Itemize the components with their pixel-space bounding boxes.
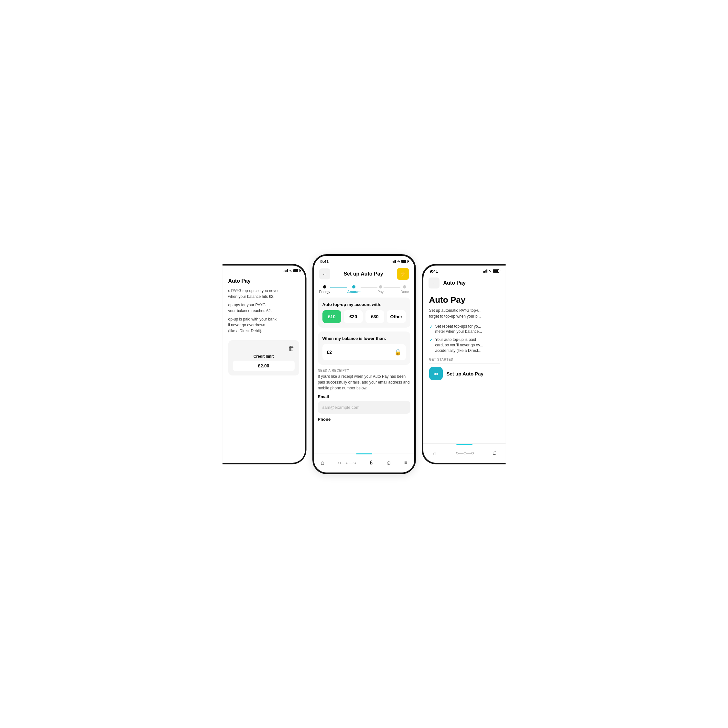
setup-autopay-button[interactable]: ∞ Set up Auto Pay: [429, 367, 500, 380]
credit-value: £2.00: [233, 361, 295, 371]
wifi-icon-center: ∿: [397, 259, 400, 264]
phone-left: ∿ Auto Pay c PAYG top-ups so you never w…: [223, 264, 307, 464]
step-label-done: Done: [401, 290, 409, 294]
stepper: Energy Amount Pay Done: [314, 283, 414, 298]
back-arrow-icon-right: ←: [432, 280, 436, 286]
balance-display: £2 🔒: [323, 344, 406, 360]
time-right: 9:41: [430, 269, 438, 274]
step-amount: Amount: [347, 285, 361, 294]
check-item-2: ✓ Your auto top-up is paid card, so you'…: [429, 337, 500, 353]
usage-icon-right: ○—○—○: [456, 450, 474, 456]
step-dot-done: [403, 285, 406, 289]
amount-card: Auto top-up my account with: £10 £20 £30…: [318, 298, 410, 327]
amount-options: £10 £20 £30 Other: [323, 310, 406, 323]
wifi-icon: ∿: [289, 269, 292, 273]
back-button-right[interactable]: ←: [428, 277, 439, 289]
email-label: Email: [318, 394, 410, 399]
check-text-1: Set repeat top-ups for yo... meter when …: [435, 324, 482, 335]
step-dot-pay: [379, 285, 382, 289]
phone-label: Phone: [318, 417, 410, 422]
step-line-2: [361, 287, 378, 288]
setup-icon: ∞: [429, 367, 443, 380]
right-content: Auto Pay Set up automatic PAYG top-u... …: [423, 291, 506, 385]
nav-help-center[interactable]: ⊙: [387, 460, 391, 466]
right-header: ← Auto Pay: [423, 275, 506, 291]
phone-right: 9:41 ∿ ← Auto Pay Auto Pay Set up automa…: [422, 264, 506, 464]
status-bar-center: 9:41 ∿: [314, 256, 414, 265]
step-energy: Energy: [319, 285, 330, 294]
battery-icon-right: [493, 269, 499, 273]
nav-usage-right[interactable]: ○—○—○: [456, 450, 474, 456]
nav-usage-center[interactable]: ○—○—○: [338, 460, 356, 466]
nav-menu-center[interactable]: ≡: [404, 460, 407, 466]
menu-icon-center: ≡: [404, 460, 407, 466]
get-started-label: GET STARTED: [429, 358, 500, 361]
balance-card-title: When my balance is lower than:: [323, 336, 406, 341]
phone-center: 9:41 ∿ ← Set up Auto Pay ⚡ Energy: [312, 254, 416, 474]
autopay-title: Auto Pay: [429, 295, 500, 305]
receipt-text: If you'd like a receipt when your Auto P…: [318, 373, 410, 391]
help-icon-center: ⊙: [387, 460, 391, 466]
thunder-icon: ⚡: [399, 271, 407, 277]
step-label-amount: Amount: [347, 290, 361, 294]
account-icon-center: £: [370, 460, 373, 466]
receipt-section: NEED A RECEIPT? If you'd like a receipt …: [314, 369, 414, 427]
center-header: ← Set up Auto Pay ⚡: [314, 265, 414, 283]
back-arrow-icon: ←: [323, 271, 327, 277]
left-body2: op-ups for your PAYG your balance reache…: [228, 302, 299, 314]
left-body3: op-up is paid with your bank ll never go…: [228, 316, 299, 334]
divider: [429, 363, 500, 364]
center-header-title: Set up Auto Pay: [343, 271, 383, 277]
status-bar-right: 9:41 ∿: [423, 266, 506, 275]
credit-label: Credit limit: [233, 354, 295, 359]
step-line-1: [330, 287, 347, 288]
back-button-center[interactable]: ←: [319, 268, 330, 280]
step-label-energy: Energy: [319, 290, 330, 294]
receipt-label: NEED A RECEIPT?: [318, 369, 410, 372]
check-icon-1: ✓: [429, 324, 433, 335]
setup-btn-label: Set up Auto Pay: [447, 371, 483, 376]
check-text-2: Your auto top-up is paid card, so you'll…: [435, 337, 483, 353]
thunder-button[interactable]: ⚡: [397, 268, 409, 280]
nav-home-center[interactable]: ⌂: [321, 460, 324, 466]
amount-other-button[interactable]: Other: [387, 310, 406, 323]
infinity-icon: ∞: [433, 370, 438, 378]
trash-icon: 🗑: [233, 345, 295, 352]
home-icon-right: ⌂: [433, 450, 436, 457]
amount-20-button[interactable]: £20: [344, 310, 363, 323]
autopay-desc: Set up automatic PAYG top-u... forget to…: [429, 307, 500, 319]
left-body1: c PAYG top-ups so you never when your ba…: [228, 288, 299, 300]
email-input[interactable]: sam@example.com: [318, 401, 410, 414]
step-pay: Pay: [378, 285, 384, 294]
wifi-icon-right: ∿: [489, 269, 492, 273]
email-placeholder: sam@example.com: [323, 405, 359, 410]
currency-icon-right: £: [493, 450, 496, 456]
nav-currency-right[interactable]: £: [493, 450, 496, 456]
right-header-title: Auto Pay: [444, 280, 466, 286]
amount-card-title: Auto top-up my account with:: [323, 302, 406, 307]
step-line-3: [384, 287, 401, 288]
step-dot-amount: [352, 285, 355, 289]
check-icon-2: ✓: [429, 337, 433, 353]
step-done: Done: [401, 285, 409, 294]
amount-10-button[interactable]: £10: [323, 310, 341, 323]
battery-icon-center: [401, 260, 408, 263]
credit-box: 🗑 Credit limit £2.00: [228, 340, 299, 375]
step-dot-energy: [323, 285, 326, 289]
balance-value: £2: [327, 350, 332, 355]
home-icon-center: ⌂: [321, 460, 324, 466]
nav-account-center[interactable]: £: [370, 460, 373, 466]
lock-icon: 🔒: [394, 349, 401, 356]
time-center: 9:41: [321, 259, 329, 264]
step-label-pay: Pay: [378, 290, 384, 294]
left-screen-content: Auto Pay c PAYG top-ups so you never whe…: [223, 274, 305, 464]
nav-home-right[interactable]: ⌂: [433, 450, 436, 457]
battery-icon: [293, 269, 300, 272]
usage-icon-center: ○—○—○: [338, 460, 356, 466]
scene: ∿ Auto Pay c PAYG top-ups so you never w…: [210, 241, 519, 487]
left-title: Auto Pay: [228, 278, 299, 284]
amount-30-button[interactable]: £30: [366, 310, 385, 323]
balance-card: When my balance is lower than: £2 🔒: [318, 332, 410, 365]
check-item-1: ✓ Set repeat top-ups for yo... meter whe…: [429, 324, 500, 335]
